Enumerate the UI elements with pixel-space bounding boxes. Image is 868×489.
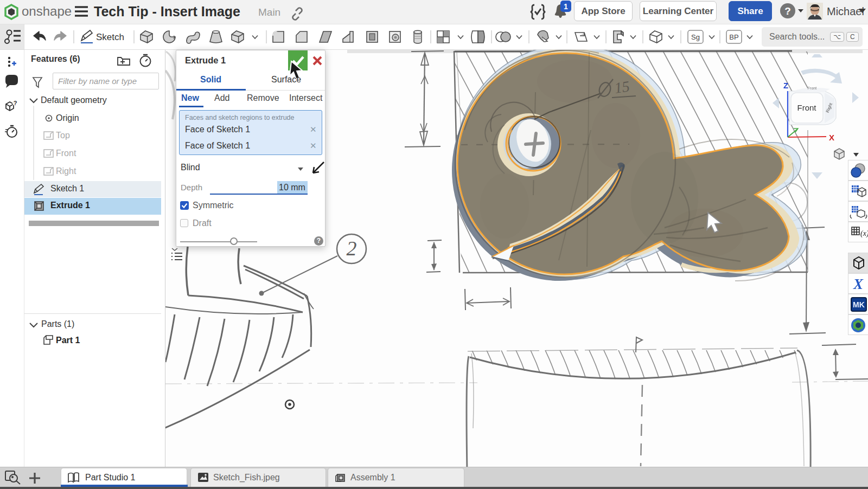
svg-text:X: X: [829, 133, 834, 142]
svg-text:(x): (x): [860, 229, 868, 238]
svg-text:Front: Front: [797, 103, 816, 112]
svg-text:BP: BP: [729, 33, 738, 41]
svg-text:2: 2: [347, 237, 357, 260]
svg-text:Z: Z: [783, 81, 788, 90]
svg-text:?: ?: [14, 100, 17, 106]
svg-text:Front: Front: [808, 86, 816, 90]
svg-text:?: ?: [784, 5, 791, 17]
svg-text:Sketch: Sketch: [96, 32, 124, 42]
svg-text:15: 15: [614, 78, 631, 96]
svg-text:MK: MK: [853, 300, 865, 309]
svg-text:Sg: Sg: [691, 33, 700, 41]
svg-text:Michael: Michael: [827, 5, 864, 17]
svg-text:X: X: [853, 276, 864, 292]
